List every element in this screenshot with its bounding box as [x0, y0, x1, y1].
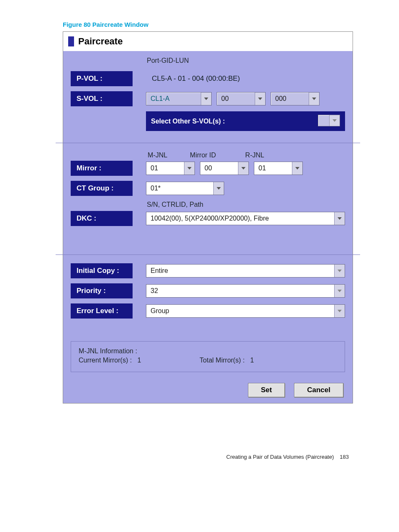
- volume-section: Port-GID-LUN P-VOL : CL5-A - 01 - 004 (0…: [63, 51, 353, 140]
- ctgroup-select[interactable]: 01*: [146, 182, 224, 195]
- chevron-down-icon: [329, 115, 340, 126]
- cancel-button[interactable]: Cancel: [294, 383, 343, 397]
- svg-marker-4: [187, 167, 192, 170]
- chevron-down-icon: [292, 162, 302, 175]
- mjnl-header: M-JNL: [148, 152, 167, 159]
- dkc-label: DKC :: [71, 211, 133, 226]
- page-footer: Creating a Pair of Data Volumes (Paircre…: [63, 454, 353, 460]
- mjnl-select[interactable]: 01: [146, 162, 195, 175]
- mirrorid-header: Mirror ID: [190, 152, 216, 159]
- dkc-header: S/N, CTRLID, Path: [146, 201, 345, 210]
- rjnl-header: R-JNL: [245, 152, 264, 159]
- dialog-title: Paircreate: [78, 36, 123, 47]
- chevron-down-icon: [238, 162, 248, 175]
- svg-marker-5: [241, 167, 246, 170]
- figure-caption: Figure 80 Paircreate Window: [63, 21, 353, 28]
- priority-value: 32: [146, 285, 334, 297]
- svol-label: S-VOL :: [71, 91, 133, 106]
- svg-marker-11: [338, 310, 342, 312]
- paircreate-dialog: Paircreate Port-GID-LUN P-VOL : CL5-A - …: [63, 31, 353, 403]
- error-level-select[interactable]: Group: [146, 304, 345, 318]
- initial-copy-value: Entire: [146, 265, 334, 277]
- chevron-down-icon: [334, 212, 345, 225]
- mirrorid-select[interactable]: 00: [200, 162, 249, 175]
- total-mirrors-value: 1: [250, 357, 254, 364]
- select-other-svol[interactable]: Select Other S-VOL(s) :: [146, 111, 345, 131]
- svg-marker-8: [338, 217, 342, 220]
- svg-marker-7: [217, 187, 221, 190]
- chevron-down-icon: [334, 305, 345, 317]
- current-mirrors-label: Current Mirror(s) :: [79, 357, 132, 364]
- mjnl-info-box: M-JNL Information : Current Mirror(s) : …: [71, 341, 345, 372]
- dialog-title-bar: Paircreate: [63, 32, 353, 51]
- select-other-svol-label: Select Other S-VOL(s) :: [151, 118, 225, 125]
- svg-marker-6: [295, 167, 299, 170]
- mirror-label: Mirror :: [71, 161, 133, 176]
- mirror-section: M-JNL Mirror ID R-JNL Mirror : 01: [63, 146, 353, 252]
- port-gid-lun-header: Port-GID-LUN: [146, 57, 345, 66]
- initial-copy-select[interactable]: Entire: [146, 264, 345, 278]
- chevron-down-icon: [309, 93, 319, 105]
- dkc-value: 10042(00), 5(XP24000/XP20000), Fibre: [146, 212, 334, 225]
- ctgroup-value: 01*: [146, 182, 213, 195]
- pvol-value: CL5-A - 01 - 004 (00:00:BE): [146, 75, 240, 83]
- svg-marker-1: [258, 98, 262, 100]
- svg-marker-10: [338, 290, 342, 292]
- svol-port-value: CL1-A: [146, 93, 201, 105]
- rjnl-value: 01: [254, 162, 292, 175]
- chevron-down-icon: [213, 182, 224, 195]
- chevron-down-icon: [334, 265, 345, 277]
- svol-lun-value: 000: [271, 93, 309, 105]
- pvol-label: P-VOL :: [71, 71, 133, 86]
- svg-marker-3: [332, 119, 337, 122]
- svol-gid-value: 00: [217, 93, 255, 105]
- error-level-label: Error Level :: [71, 303, 133, 319]
- title-marker-icon: [68, 36, 74, 46]
- section-divider: [56, 143, 360, 143]
- chevron-down-icon: [334, 285, 345, 297]
- current-mirrors-value: 1: [137, 357, 141, 364]
- footer-text: Creating a Pair of Data Volumes (Paircre…: [226, 454, 334, 460]
- svol-lun-select[interactable]: 000: [271, 92, 320, 105]
- error-level-value: Group: [146, 305, 334, 317]
- mirrorid-value: 00: [200, 162, 238, 175]
- copy-section: Initial Copy : Entire Priority : 32: [63, 257, 353, 336]
- section-divider: [56, 254, 360, 255]
- chevron-down-icon: [255, 93, 265, 105]
- rjnl-select[interactable]: 01: [254, 162, 303, 175]
- svg-marker-2: [312, 98, 316, 100]
- svg-marker-0: [204, 98, 208, 100]
- chevron-down-icon: [184, 162, 194, 175]
- mjnl-info-title: M-JNL Information :: [79, 347, 337, 355]
- svg-marker-9: [338, 270, 342, 272]
- total-mirrors-label: Total Mirror(s) :: [200, 357, 245, 364]
- priority-select[interactable]: 32: [146, 284, 345, 298]
- set-button[interactable]: Set: [248, 383, 285, 397]
- chevron-down-icon: [201, 93, 211, 105]
- button-row: Set Cancel: [63, 378, 353, 403]
- priority-label: Priority :: [71, 283, 133, 298]
- ctgroup-label: CT Group :: [71, 181, 133, 196]
- page-number: 183: [340, 454, 349, 460]
- svol-gid-select[interactable]: 00: [217, 92, 266, 105]
- initial-copy-label: Initial Copy :: [71, 263, 133, 278]
- mjnl-value: 01: [146, 162, 184, 175]
- svol-port-select[interactable]: CL1-A: [146, 92, 212, 105]
- dkc-select[interactable]: 10042(00), 5(XP24000/XP20000), Fibre: [146, 212, 345, 225]
